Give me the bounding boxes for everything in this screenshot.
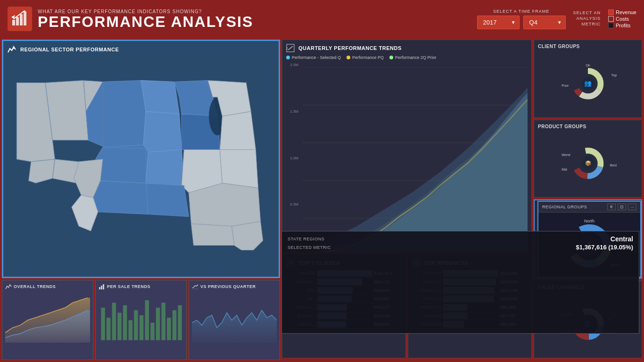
- svg-rect-49: [156, 308, 160, 340]
- svg-rect-38: [103, 284, 104, 289]
- client-groups-donut: 👥 Ok Top Poor: [538, 52, 638, 111]
- svg-rect-37: [101, 286, 102, 289]
- client-groups-svg: 👥 Ok Top Poor: [538, 60, 638, 103]
- svg-rect-2: [20, 14, 23, 25]
- svg-line-55: [288, 46, 293, 50]
- svg-marker-28: [191, 224, 234, 246]
- svg-text:👥: 👥: [584, 80, 592, 87]
- svg-marker-25: [146, 183, 189, 217]
- y-label-1: 2.0M: [286, 63, 298, 67]
- vs-previous-title: VS PREVIOUS QUARTER: [192, 283, 277, 290]
- regional-popup-header: REGIONAL GROUPS ⚟ ⊡ ···: [538, 202, 640, 213]
- overall-trends-title: OVERALL TRENDS: [5, 283, 90, 290]
- svg-rect-45: [134, 310, 138, 340]
- svg-rect-42: [117, 313, 121, 340]
- svg-rect-47: [145, 300, 149, 340]
- svg-rect-52: [173, 310, 176, 340]
- legend-label-3: Performance 2Q Prior: [395, 55, 437, 60]
- regional-groups-title: REGIONAL GROUPS: [542, 205, 587, 209]
- tooltip-region-label: STATE REGIONS: [288, 237, 324, 241]
- bottom-trends: OVERALL TRENDS: [2, 280, 280, 360]
- tooltip-metric-row: SELECTED METRIC $1,367,616 (19.05%): [288, 244, 633, 251]
- client-groups-card: CLIENT GROUPS 👥 Ok Top Poor: [534, 40, 642, 118]
- map-icon: [7, 45, 17, 54]
- main-content: REGIONAL SECTOR PERFORMANCE: [0, 38, 644, 362]
- svg-rect-3: [24, 11, 26, 25]
- costs-legend-box: [608, 16, 614, 22]
- quarterly-svg: [303, 67, 528, 253]
- overall-trends-sparkline: [5, 292, 90, 344]
- overall-trends-card: OVERALL TRENDS: [2, 280, 93, 360]
- per-sale-trends-card: PER SALE TRENDS: [95, 280, 187, 360]
- year-dropdown[interactable]: 2017 2016: [477, 16, 520, 29]
- analysis-option-revenue[interactable]: Revenue: [608, 9, 636, 15]
- legend-2q-prior: Performance 2Q Prior: [389, 55, 437, 60]
- svg-marker-24: [220, 150, 258, 188]
- profits-legend-box: [608, 23, 614, 28]
- tooltip-box: STATE REGIONS Central SELECTED METRIC $1…: [281, 231, 639, 334]
- svg-text:Poor: Poor: [561, 83, 569, 88]
- y-label-4: 0.5M: [286, 202, 298, 206]
- analysis-option-costs[interactable]: Costs: [608, 16, 636, 22]
- svg-rect-39: [101, 308, 105, 340]
- analysis-options: Revenue Costs Profits: [608, 9, 636, 28]
- svg-marker-13: [141, 81, 179, 114]
- per-sale-sparkline: [99, 292, 183, 344]
- svg-marker-26: [93, 181, 149, 214]
- svg-rect-48: [150, 323, 154, 340]
- popup-expand-btn[interactable]: ⊡: [618, 204, 626, 210]
- tooltip-metric-label: SELECTED METRIC: [288, 245, 331, 250]
- revenue-label: Revenue: [616, 9, 636, 15]
- svg-text:Mid: Mid: [561, 167, 567, 172]
- svg-text:Worst: Worst: [561, 153, 570, 157]
- time-frame-section: SELECT A TIME FRAME 2017 2016 Q4 Q3 Q2 Q…: [477, 9, 566, 29]
- product-groups-donut: 📦 Worst Best Mid: [538, 132, 638, 191]
- svg-rect-51: [167, 318, 171, 340]
- header-icon: [8, 7, 32, 31]
- svg-rect-44: [129, 320, 132, 340]
- time-frame-label: SELECT A TIME FRAME: [493, 9, 549, 14]
- analysis-label: SELECT ANANALYSISMETRIC: [573, 10, 601, 27]
- popup-filter-btn[interactable]: ⚟: [607, 204, 616, 210]
- per-sale-icon: [99, 283, 105, 290]
- svg-marker-14: [143, 111, 182, 152]
- year-dropdown-wrapper[interactable]: 2017 2016: [477, 16, 520, 29]
- y-label-3: 1.0M: [286, 156, 298, 160]
- svg-text:Top: Top: [611, 73, 617, 77]
- svg-rect-1: [16, 17, 19, 25]
- svg-marker-27: [189, 183, 260, 226]
- map-card: REGIONAL SECTOR PERFORMANCE: [2, 40, 280, 278]
- svg-rect-0: [12, 20, 15, 25]
- analysis-option-profits[interactable]: Profits: [608, 23, 636, 28]
- per-sale-title: PER SALE TRENDS: [99, 283, 183, 290]
- revenue-legend-box: [608, 9, 614, 15]
- svg-rect-46: [140, 315, 143, 340]
- popup-controls: ⚟ ⊡ ···: [607, 204, 636, 210]
- product-groups-title: PRODUCT GROUPS: [538, 124, 638, 129]
- quarter-dropdown-wrapper[interactable]: Q4 Q3 Q2 Q1: [523, 16, 566, 29]
- product-groups-svg: 📦 Worst Best Mid: [538, 140, 638, 182]
- quarter-dropdown[interactable]: Q4 Q3 Q2 Q1: [523, 16, 566, 29]
- tooltip-metric-value: $1,367,616 (19.05%): [576, 244, 633, 251]
- vs-previous-icon: [192, 283, 198, 290]
- profits-label: Profits: [616, 23, 630, 28]
- map-container: [7, 57, 275, 271]
- svg-rect-43: [123, 305, 127, 340]
- popup-more-btn[interactable]: ···: [628, 204, 636, 210]
- left-panel: REGIONAL SECTOR PERFORMANCE: [2, 40, 280, 360]
- svg-text:North: North: [584, 219, 594, 223]
- chart-icon: [11, 10, 28, 27]
- legend-dot-2: [347, 56, 350, 59]
- svg-rect-36: [99, 287, 100, 289]
- quarterly-chart-card: QUARTERLY PERFORMANCE TRENDS Performance…: [282, 40, 532, 253]
- us-map-svg[interactable]: [7, 57, 275, 271]
- quarterly-chart-area: 2.0M 1.5M 1.0M 0.5M 0.0M: [286, 63, 528, 253]
- center-panel: QUARTERLY PERFORMANCE TRENDS Performance…: [282, 40, 532, 358]
- y-label-2: 1.5M: [286, 109, 298, 114]
- header-title: PERFORMANCE ANALYSIS: [38, 14, 253, 29]
- client-groups-title: CLIENT GROUPS: [538, 44, 638, 49]
- svg-text:Ok: Ok: [586, 63, 590, 67]
- map-card-title: REGIONAL SECTOR PERFORMANCE: [20, 47, 119, 52]
- analysis-section: SELECT ANANALYSISMETRIC: [573, 10, 601, 27]
- quarterly-chart-title: QUARTERLY PERFORMANCE TRENDS: [298, 45, 402, 51]
